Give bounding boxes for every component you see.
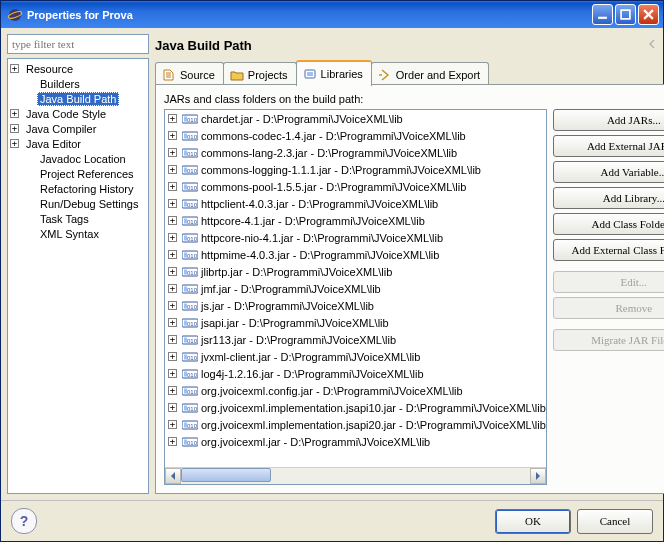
tree-item[interactable]: +Java Code Style [8,106,148,121]
svg-text:010: 010 [187,304,198,310]
titlebar[interactable]: Properties for Prova [1,1,663,28]
jar-item[interactable]: +010org.jvoicexml.jar - D:\Programmi\JVo… [165,433,546,450]
jar-item[interactable]: +010httpcore-nio-4.1.jar - D:\Programmi\… [165,229,546,246]
jar-item[interactable]: +010org.jvoicexml.implementation.jsapi10… [165,399,546,416]
filter-input[interactable] [7,34,149,54]
tree-item[interactable]: Refactoring History [8,181,148,196]
expand-icon[interactable]: + [168,403,177,412]
jar-item[interactable]: +010httpmime-4.0.3.jar - D:\Programmi\JV… [165,246,546,263]
tab-source[interactable]: Source [155,62,224,84]
tab-icon [378,68,392,82]
expand-icon[interactable]: + [168,284,177,293]
add-class-folder-button[interactable]: Add Class Folder... [553,213,664,235]
expand-icon[interactable]: + [10,139,19,148]
expand-icon[interactable]: + [168,352,177,361]
migrate-jar-button[interactable]: Migrate JAR File... [553,329,664,351]
add-external-jars-button[interactable]: Add External JARs... [553,135,664,157]
tree-item[interactable]: Project References [8,166,148,181]
tree-item[interactable]: Javadoc Location [8,151,148,166]
jar-item[interactable]: +010commons-pool-1.5.5.jar - D:\Programm… [165,178,546,195]
expand-icon[interactable]: + [168,216,177,225]
add-library-button[interactable]: Add Library... [553,187,664,209]
back-icon[interactable] [648,38,660,52]
jar-item[interactable]: +010log4j-1.2.16.jar - D:\Programmi\JVoi… [165,365,546,382]
expand-icon[interactable]: + [168,318,177,327]
tree-item-label: Javadoc Location [37,152,129,166]
expand-icon[interactable]: + [10,109,19,118]
tab-projects[interactable]: Projects [223,62,297,84]
jar-item[interactable]: +010org.jvoicexml.implementation.jsapi20… [165,416,546,433]
category-tree[interactable]: +ResourceBuildersJava Build Path+Java Co… [7,58,149,494]
add-jars-button[interactable]: Add JARs... [553,109,664,131]
expand-icon[interactable]: + [168,182,177,191]
jar-item[interactable]: +010chardet.jar - D:\Programmi\JVoiceXML… [165,110,546,127]
minimize-button[interactable] [592,4,613,25]
jar-item[interactable]: +010httpclient-4.0.3.jar - D:\Programmi\… [165,195,546,212]
tab-libraries[interactable]: Libraries [296,60,372,86]
add-external-class-folder-button[interactable]: Add External Class Folder... [553,239,664,261]
expand-icon[interactable]: + [168,267,177,276]
tree-item[interactable]: Builders [8,76,148,91]
jar-item-label: js.jar - D:\Programmi\JVoiceXML\lib [201,300,374,312]
tree-spacer [24,169,33,178]
tab-order-and-export[interactable]: Order and Export [371,62,489,84]
jar-item-label: jlibrtp.jar - D:\Programmi\JVoiceXML\lib [201,266,392,278]
horizontal-scrollbar[interactable] [165,467,546,484]
cancel-button[interactable]: Cancel [577,509,653,534]
expand-icon[interactable]: + [168,250,177,259]
libraries-caption: JARs and class folders on the build path… [164,93,664,105]
svg-text:010: 010 [187,440,198,446]
maximize-button[interactable] [615,4,636,25]
jar-item-label: chardet.jar - D:\Programmi\JVoiceXML\lib [201,113,403,125]
tree-item[interactable]: Java Build Path [8,91,148,106]
scroll-right-icon[interactable] [530,468,546,484]
expand-icon[interactable]: + [168,386,177,395]
jar-item[interactable]: +010jlibrtp.jar - D:\Programmi\JVoiceXML… [165,263,546,280]
jar-list[interactable]: +010chardet.jar - D:\Programmi\JVoiceXML… [164,109,547,485]
expand-icon[interactable]: + [168,199,177,208]
expand-icon[interactable]: + [168,148,177,157]
tree-item[interactable]: +Resource [8,61,148,76]
jar-item[interactable]: +010jvxml-client.jar - D:\Programmi\JVoi… [165,348,546,365]
jar-item-label: org.jvoicexml.jar - D:\Programmi\JVoiceX… [201,436,430,448]
jar-item[interactable]: +010jsapi.jar - D:\Programmi\JVoiceXML\l… [165,314,546,331]
jar-item[interactable]: +010commons-codec-1.4.jar - D:\Programmi… [165,127,546,144]
help-button[interactable]: ? [11,508,37,534]
jar-item[interactable]: +010commons-logging-1.1.1.jar - D:\Progr… [165,161,546,178]
scroll-thumb[interactable] [181,468,271,482]
expand-icon[interactable]: + [168,369,177,378]
jar-icon: 010 [182,402,198,414]
expand-icon[interactable]: + [168,301,177,310]
jar-item[interactable]: +010jsr113.jar - D:\Programmi\JVoiceXML\… [165,331,546,348]
tree-item[interactable]: +Java Editor [8,136,148,151]
left-panel: +ResourceBuildersJava Build Path+Java Co… [7,34,149,494]
expand-icon[interactable]: + [10,124,19,133]
close-button[interactable] [638,4,659,25]
tree-item[interactable]: Task Tags [8,211,148,226]
tree-item[interactable]: +Java Compiler [8,121,148,136]
tree-item[interactable]: XML Syntax [8,226,148,241]
scroll-track[interactable] [181,468,530,484]
jar-item[interactable]: +010js.jar - D:\Programmi\JVoiceXML\lib [165,297,546,314]
svg-rect-3 [621,10,630,19]
expand-icon[interactable]: + [10,64,19,73]
jar-item[interactable]: +010httpcore-4.1.jar - D:\Programmi\JVoi… [165,212,546,229]
expand-icon[interactable]: + [168,420,177,429]
expand-icon[interactable]: + [168,131,177,140]
scroll-left-icon[interactable] [165,468,181,484]
ok-button[interactable]: OK [495,509,571,534]
jar-item[interactable]: +010jmf.jar - D:\Programmi\JVoiceXML\lib [165,280,546,297]
expand-icon[interactable]: + [168,233,177,242]
expand-icon[interactable]: + [168,335,177,344]
tree-item[interactable]: Run/Debug Settings [8,196,148,211]
remove-button[interactable]: Remove [553,297,664,319]
expand-icon[interactable]: + [168,437,177,446]
expand-icon[interactable]: + [168,165,177,174]
tab-label: Source [180,69,215,81]
edit-button[interactable]: Edit... [553,271,664,293]
jar-item[interactable]: +010org.jvoicexml.config.jar - D:\Progra… [165,382,546,399]
jar-icon: 010 [182,198,198,210]
add-variable-button[interactable]: Add Variable... [553,161,664,183]
jar-item[interactable]: +010commons-lang-2.3.jar - D:\Programmi\… [165,144,546,161]
expand-icon[interactable]: + [168,114,177,123]
